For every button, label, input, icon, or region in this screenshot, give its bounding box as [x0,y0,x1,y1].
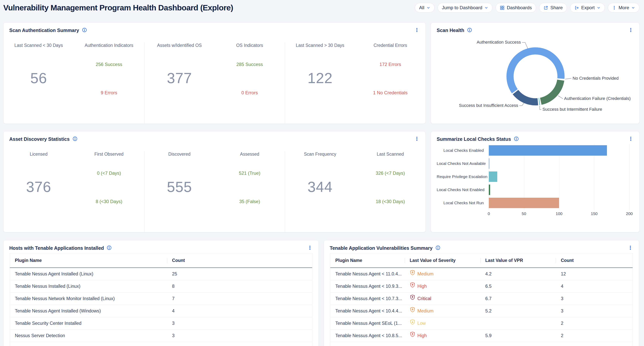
bar-track [489,183,629,196]
stat-bottom-value: 0 Errors [214,90,285,95]
donut-slice[interactable] [510,51,561,91]
table-column-header: Plugin Name [10,253,167,268]
table-column-header: Last Value of VPR [480,253,556,268]
stat-column: Scan Frequency344 [285,151,355,232]
stat-column-header: Last Scanned < 30 Days [4,42,74,48]
kebab-icon [612,5,616,10]
stat-big-number: 344 [285,179,355,195]
bar[interactable] [489,185,490,195]
info-icon[interactable] [514,136,519,142]
stat-column: Licensed376 [4,151,74,232]
axis-tick-label: 0 [488,211,490,216]
severity-shield-icon [410,330,416,342]
table-row: Tenable Nessus Agent < 11.0.4... Medium4… [330,268,632,280]
dashboards-grid-icon [500,5,504,10]
bar-row: Local Checks Enabled [437,144,630,157]
stat-big-number: 555 [144,179,214,195]
stat-bottom-value: 8 (<30 Days) [74,199,144,204]
donut-slice-label: Authentication Success [477,40,521,44]
info-icon[interactable] [106,245,112,251]
donut-callout-line [565,78,572,79]
panel-menu-kebab-icon[interactable] [307,245,313,251]
plugin-name-cell: Tenable Nessus Agent SEoL (1... [330,317,404,330]
axis-tick-label: 200 [626,211,632,216]
stat-column-header: Licensed [4,151,74,157]
stat-top-value: 0 (<7 Days) [74,170,144,176]
panel-title: Hosts with Tenable Applications Installe… [9,245,104,251]
count-cell: 12 [556,268,632,280]
stat-column: Credential Errors172 Errors1 No Credenti… [355,42,426,123]
info-icon[interactable] [72,136,78,142]
severity-cell: Low [404,317,480,330]
panel-menu-kebab-icon[interactable] [628,27,634,33]
bar[interactable] [489,171,497,182]
table-column-header: Last Value of Severity [404,253,480,268]
panel-grid-top: Scan Authentication Summary Last Scanned… [3,22,639,232]
severity-shield-icon [410,293,416,305]
stat-column: Discovered555 [144,151,214,232]
scan-health-donut-chart: Authentication SuccessNo Credentials Pro… [431,35,639,124]
donut-slice-label: Success but Insufficient Access [459,103,518,108]
all-filter-button[interactable]: All [415,3,434,12]
donut-callout-line [558,96,563,99]
stat-top-value: 256 Success [74,62,144,67]
asset-discovery-stat-columns: Licensed376First Observed0 (<7 Days)8 (<… [4,151,426,232]
table-header-row: Plugin NameCount [10,253,312,268]
more-button[interactable]: More [608,3,639,12]
severity-cell: Critical [404,293,480,305]
stat-column-header: Authentication Indicators [74,42,144,48]
stat-column-header: Last Scanned [355,151,426,157]
jump-to-dashboard-label: Jump to Dashboard [442,5,482,10]
stat-big-number: 376 [4,179,74,195]
chevron-down-icon [484,6,488,10]
count-cell: 2 [556,317,632,330]
panel-asset-discovery-statistics: Asset Discovery Statistics Licensed376Fi… [3,131,426,232]
info-icon[interactable] [82,27,87,33]
table-row: Tenable Nessus Agent < 10.4.4... Medium5… [330,305,632,317]
vpr-cell: 4.2 [480,268,556,280]
panel-menu-kebab-icon[interactable] [414,27,420,33]
donut-slice[interactable] [516,92,538,102]
bar[interactable] [489,145,607,156]
panel-title: Scan Authentication Summary [9,27,79,33]
stat-column-header: Assets w/Identified OS [144,42,214,48]
table-partial-row [330,342,632,346]
plugin-name-cell: Tenable Nessus Agent < 10.7.3... [330,293,404,305]
panel-header: Hosts with Tenable Applications Installe… [4,240,318,251]
table-header-row: Plugin NameLast Value of SeverityLast Va… [330,253,632,268]
scan-auth-stat-columns: Last Scanned < 30 Days56Authentication I… [4,42,426,123]
table-row: Tenable Nessus Network Monitor Installed… [10,292,312,305]
plugin-name-cell: Tenable Nessus Agent Installed (Windows) [10,305,167,317]
bar[interactable] [489,198,559,208]
info-icon[interactable] [435,245,440,251]
export-button[interactable]: Export [570,3,605,12]
jump-to-dashboard-button[interactable]: Jump to Dashboard [438,3,492,12]
panel-menu-kebab-icon[interactable] [414,136,420,142]
panel-menu-kebab-icon[interactable] [628,245,633,251]
stat-column: Assessed521 (True)35 (False) [214,151,285,232]
panel-title: Scan Health [437,27,464,33]
stat-column-header: Discovered [144,151,214,157]
vpr-cell: 5.2 [480,305,556,317]
count-cell: 3 [167,317,312,330]
panel-menu-kebab-icon[interactable] [628,136,634,142]
table-column-header: Count [167,253,312,268]
stat-column-header: Scan Frequency [285,151,355,157]
top-bar: Vulnerability Management Program Health … [3,3,639,13]
dashboards-button[interactable]: Dashboards [496,3,536,12]
table-row: Tenable Nessus Installed (Linux)8 [10,280,312,292]
vpr-cell: 5.9 [480,330,556,342]
donut-slice[interactable] [539,101,540,102]
bar[interactable] [489,158,489,169]
count-cell: 4 [556,280,632,292]
stat-column-header: Last Scanned > 30 Days [285,42,355,48]
donut-slice[interactable] [541,80,560,101]
plugin-name-cell: Tenable Nessus Agent Installed (Linux) [10,268,167,280]
axis-tick-label: 50 [522,211,526,216]
hosts-table: Plugin NameCountTenable Nessus Agent Ins… [10,253,312,346]
share-button[interactable]: Share [539,3,567,12]
info-icon[interactable] [467,27,472,33]
plugin-name-cell: Tenable Nessus Network Monitor Installed… [10,293,167,305]
table-row: Tenable Nessus Agent Installed (Linux)25 [10,268,312,280]
severity-shield-icon [410,280,416,292]
